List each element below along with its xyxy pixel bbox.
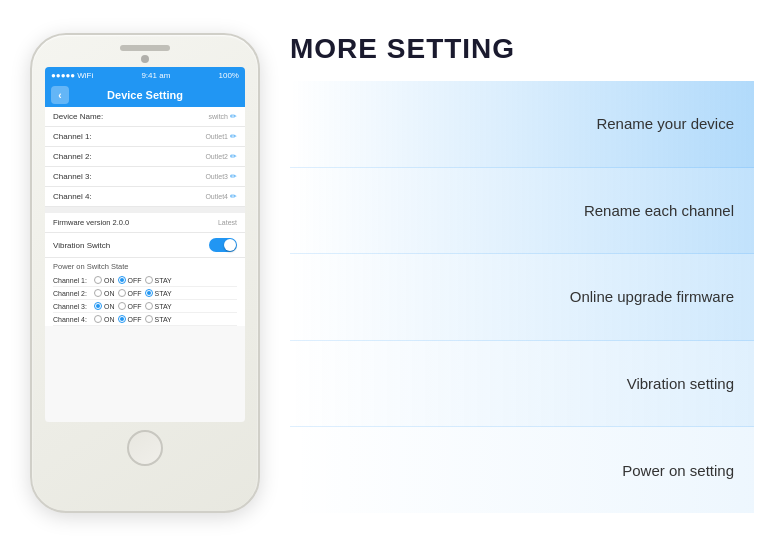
channel2-edit-icon[interactable]: ✏ bbox=[230, 152, 237, 161]
right-panel: MORE SETTING Rename your device Rename e… bbox=[290, 33, 754, 513]
page-title: MORE SETTING bbox=[290, 33, 754, 65]
channel3-edit-icon[interactable]: ✏ bbox=[230, 172, 237, 181]
power-channel2-stay-radio[interactable] bbox=[145, 289, 153, 297]
screen-content: Device Name: switch ✏ Channel 1: Outlet1… bbox=[45, 107, 245, 422]
channel3-label: Channel 3: bbox=[53, 172, 92, 181]
channel3-value: Outlet3 ✏ bbox=[205, 172, 237, 181]
time-display: 9:41 am bbox=[141, 71, 170, 80]
power-channel2-off-radio[interactable] bbox=[118, 289, 126, 297]
power-channel1-row: Channel 1: ON OFF STAY bbox=[53, 274, 237, 287]
power-channel1-label: Channel 1: bbox=[53, 277, 91, 284]
power-on-section: Power on Switch State Channel 1: ON OFF bbox=[45, 258, 245, 326]
power-channel2-label: Channel 2: bbox=[53, 290, 91, 297]
firmware-status: Latest bbox=[218, 219, 237, 226]
power-channel3-label: Channel 3: bbox=[53, 303, 91, 310]
power-channel2-row: Channel 2: ON OFF STAY bbox=[53, 287, 237, 300]
vibration-label: Vibration Switch bbox=[53, 241, 110, 250]
channel2-row: Channel 2: Outlet2 ✏ bbox=[45, 147, 245, 167]
power-channel2-stay-group: STAY bbox=[145, 289, 172, 297]
power-channel1-on-group: ON bbox=[94, 276, 115, 284]
channel4-edit-icon[interactable]: ✏ bbox=[230, 192, 237, 201]
vibration-row: Vibration Switch bbox=[45, 233, 245, 258]
power-channel3-on-radio[interactable] bbox=[94, 302, 102, 310]
power-channel2-off-group: OFF bbox=[118, 289, 142, 297]
status-bar: ●●●●● WiFi 9:41 am 100% bbox=[45, 67, 245, 83]
power-channel2-on-group: ON bbox=[94, 289, 115, 297]
signal-indicator: ●●●●● bbox=[51, 71, 75, 80]
status-right: 100% bbox=[219, 71, 239, 80]
power-channel1-off-radio[interactable] bbox=[118, 276, 126, 284]
feature-item-rename-channel: Rename each channel bbox=[290, 168, 754, 255]
channel1-value: Outlet1 ✏ bbox=[205, 132, 237, 141]
power-channel4-off-radio[interactable] bbox=[118, 315, 126, 323]
power-channel2-on-radio[interactable] bbox=[94, 289, 102, 297]
main-container: ●●●●● WiFi 9:41 am 100% ‹ Device Setting bbox=[0, 0, 784, 546]
device-name-label: Device Name: bbox=[53, 112, 103, 121]
channel4-label: Channel 4: bbox=[53, 192, 92, 201]
home-button[interactable] bbox=[127, 430, 163, 466]
channel4-row: Channel 4: Outlet4 ✏ bbox=[45, 187, 245, 207]
back-button[interactable]: ‹ bbox=[51, 86, 69, 104]
phone-camera bbox=[141, 55, 149, 63]
device-name-row: Device Name: switch ✏ bbox=[45, 107, 245, 127]
feature-item-firmware: Online upgrade firmware bbox=[290, 254, 754, 341]
channel2-value: Outlet2 ✏ bbox=[205, 152, 237, 161]
channel4-value: Outlet4 ✏ bbox=[205, 192, 237, 201]
power-channel4-stay-radio[interactable] bbox=[145, 315, 153, 323]
channel2-label: Channel 2: bbox=[53, 152, 92, 161]
power-channel4-stay-group: STAY bbox=[145, 315, 172, 323]
power-channel4-off-group: OFF bbox=[118, 315, 142, 323]
nav-bar: ‹ Device Setting bbox=[45, 83, 245, 107]
feature-list: Rename your device Rename each channel O… bbox=[290, 81, 754, 513]
power-on-title: Power on Switch State bbox=[53, 262, 237, 271]
feature-item-vibration: Vibration setting bbox=[290, 341, 754, 428]
power-channel3-stay-group: STAY bbox=[145, 302, 172, 310]
wifi-indicator: WiFi bbox=[77, 71, 93, 80]
phone-top bbox=[32, 35, 258, 67]
power-channel1-stay-group: STAY bbox=[145, 276, 172, 284]
power-channel3-off-radio[interactable] bbox=[118, 302, 126, 310]
power-channel1-stay-radio[interactable] bbox=[145, 276, 153, 284]
feature-item-power-on: Power on setting bbox=[290, 427, 754, 513]
channel1-row: Channel 1: Outlet1 ✏ bbox=[45, 127, 245, 147]
power-channel4-on-group: ON bbox=[94, 315, 115, 323]
device-name-edit-icon[interactable]: ✏ bbox=[230, 112, 237, 121]
power-channel3-stay-radio[interactable] bbox=[145, 302, 153, 310]
back-icon: ‹ bbox=[58, 90, 61, 101]
power-channel4-on-radio[interactable] bbox=[94, 315, 102, 323]
channel1-edit-icon[interactable]: ✏ bbox=[230, 132, 237, 141]
phone-mockup: ●●●●● WiFi 9:41 am 100% ‹ Device Setting bbox=[30, 33, 260, 513]
phone-screen: ●●●●● WiFi 9:41 am 100% ‹ Device Setting bbox=[45, 67, 245, 422]
firmware-label: Firmware version 2.0.0 bbox=[53, 218, 129, 227]
power-channel1-on-radio[interactable] bbox=[94, 276, 102, 284]
channel1-label: Channel 1: bbox=[53, 132, 92, 141]
feature-item-rename-device: Rename your device bbox=[290, 81, 754, 168]
device-name-value: switch ✏ bbox=[209, 112, 237, 121]
power-channel4-label: Channel 4: bbox=[53, 316, 91, 323]
battery-indicator: 100% bbox=[219, 71, 239, 80]
vibration-toggle[interactable] bbox=[209, 238, 237, 252]
nav-title: Device Setting bbox=[107, 89, 183, 101]
power-channel3-off-group: OFF bbox=[118, 302, 142, 310]
power-channel4-row: Channel 4: ON OFF STAY bbox=[53, 313, 237, 326]
power-channel3-row: Channel 3: ON OFF STAY bbox=[53, 300, 237, 313]
channel3-row: Channel 3: Outlet3 ✏ bbox=[45, 167, 245, 187]
power-channel1-off-group: OFF bbox=[118, 276, 142, 284]
power-channel3-on-group: ON bbox=[94, 302, 115, 310]
status-left: ●●●●● WiFi bbox=[51, 71, 93, 80]
toggle-knob bbox=[224, 239, 236, 251]
firmware-row: Firmware version 2.0.0 Latest bbox=[45, 213, 245, 233]
phone-speaker bbox=[120, 45, 170, 51]
